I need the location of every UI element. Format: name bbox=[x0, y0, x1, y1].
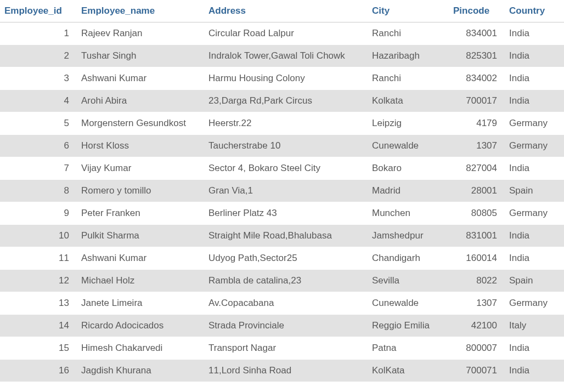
table-row: 13Janete LimeiraAv.CopacabanaCunewalde13… bbox=[0, 292, 564, 315]
cell-employee-name: Peter Franken bbox=[77, 202, 204, 225]
cell-employee-name: Janete Limeira bbox=[77, 292, 204, 315]
cell-address: 11,Lord Sinha Road bbox=[204, 360, 368, 382]
cell-country: India bbox=[505, 22, 564, 45]
cell-pincode: 1307 bbox=[449, 292, 505, 315]
cell-employee-id: 8 bbox=[0, 180, 77, 202]
header-country[interactable]: Country bbox=[505, 0, 564, 22]
cell-employee-name: Pulkit Sharma bbox=[77, 225, 204, 247]
cell-country: Germany bbox=[505, 135, 564, 157]
cell-address: Circular Road Lalpur bbox=[204, 22, 368, 45]
cell-address: Heerstr.22 bbox=[204, 112, 368, 135]
table-row: 15Himesh ChakarvediTransport NagarPatna8… bbox=[0, 337, 564, 360]
cell-employee-id: 16 bbox=[0, 360, 77, 382]
table-row: 6Horst KlossTaucherstrabe 10Cunewalde130… bbox=[0, 135, 564, 157]
cell-employee-name: Tushar Singh bbox=[77, 45, 204, 67]
table-row: 12Michael HolzRambla de catalina,23Sevil… bbox=[0, 270, 564, 292]
header-row: Employee_id Employee_name Address City P… bbox=[0, 0, 564, 22]
cell-city: Chandigarh bbox=[368, 247, 449, 270]
cell-country: India bbox=[505, 90, 564, 112]
cell-pincode: 825301 bbox=[449, 45, 505, 67]
cell-country: Italy bbox=[505, 315, 564, 337]
cell-city: Hazaribagh bbox=[368, 45, 449, 67]
header-address[interactable]: Address bbox=[204, 0, 368, 22]
cell-pincode: 28001 bbox=[449, 180, 505, 202]
cell-employee-id: 1 bbox=[0, 22, 77, 45]
cell-address: Sector 4, Bokaro Steel City bbox=[204, 157, 368, 180]
cell-city: Patna bbox=[368, 337, 449, 360]
cell-pincode: 800007 bbox=[449, 337, 505, 360]
cell-pincode: 160014 bbox=[449, 247, 505, 270]
cell-employee-id: 6 bbox=[0, 135, 77, 157]
table-row: 5Morgenstern GesundkostHeerstr.22Leipzig… bbox=[0, 112, 564, 135]
cell-employee-name: Romero y tomillo bbox=[77, 180, 204, 202]
cell-employee-id: 12 bbox=[0, 270, 77, 292]
header-pincode[interactable]: Pincode bbox=[449, 0, 505, 22]
cell-address: Straight Mile Road,Bhalubasa bbox=[204, 225, 368, 247]
cell-country: Spain bbox=[505, 180, 564, 202]
cell-address: Rambla de catalina,23 bbox=[204, 270, 368, 292]
cell-employee-id: 3 bbox=[0, 67, 77, 90]
cell-employee-id: 14 bbox=[0, 315, 77, 337]
table-row: 16Jagdish Khurana11,Lord Sinha RoadKolKa… bbox=[0, 360, 564, 382]
cell-country: Germany bbox=[505, 112, 564, 135]
cell-pincode: 827004 bbox=[449, 157, 505, 180]
cell-employee-name: Michael Holz bbox=[77, 270, 204, 292]
header-city[interactable]: City bbox=[368, 0, 449, 22]
cell-employee-id: 5 bbox=[0, 112, 77, 135]
cell-employee-name: Ashwani Kumar bbox=[77, 247, 204, 270]
cell-pincode: 834001 bbox=[449, 22, 505, 45]
cell-pincode: 834002 bbox=[449, 67, 505, 90]
table-row: 9Peter FrankenBerliner Platz 43Munchen80… bbox=[0, 202, 564, 225]
cell-employee-name: Jagdish Khurana bbox=[77, 360, 204, 382]
cell-city: Kolkata bbox=[368, 90, 449, 112]
table-row: 11Ashwani KumarUdyog Path,Sector25Chandi… bbox=[0, 247, 564, 270]
cell-employee-name: Ricardo Adocicados bbox=[77, 315, 204, 337]
cell-employee-name: Himesh Chakarvedi bbox=[77, 337, 204, 360]
cell-country: India bbox=[505, 337, 564, 360]
cell-employee-id: 4 bbox=[0, 90, 77, 112]
cell-employee-name: Horst Kloss bbox=[77, 135, 204, 157]
cell-address: Taucherstrabe 10 bbox=[204, 135, 368, 157]
cell-city: Sevilla bbox=[368, 270, 449, 292]
cell-pincode: 831001 bbox=[449, 225, 505, 247]
cell-city: Cunewalde bbox=[368, 292, 449, 315]
cell-country: India bbox=[505, 67, 564, 90]
cell-city: Ranchi bbox=[368, 67, 449, 90]
cell-country: India bbox=[505, 225, 564, 247]
cell-pincode: 700017 bbox=[449, 90, 505, 112]
table-row: 14Ricardo AdocicadosStrada ProvincialeRe… bbox=[0, 315, 564, 337]
cell-employee-name: Rajeev Ranjan bbox=[77, 22, 204, 45]
cell-city: Madrid bbox=[368, 180, 449, 202]
header-employee-id[interactable]: Employee_id bbox=[0, 0, 77, 22]
cell-employee-id: 10 bbox=[0, 225, 77, 247]
cell-employee-name: Ashwani Kumar bbox=[77, 67, 204, 90]
cell-city: Ranchi bbox=[368, 22, 449, 45]
cell-employee-id: 2 bbox=[0, 45, 77, 67]
cell-address: Gran Via,1 bbox=[204, 180, 368, 202]
cell-city: Reggio Emilia bbox=[368, 315, 449, 337]
cell-country: Germany bbox=[505, 202, 564, 225]
table-row: 3Ashwani KumarHarmu Housing ColonyRanchi… bbox=[0, 67, 564, 90]
cell-address: Harmu Housing Colony bbox=[204, 67, 368, 90]
cell-pincode: 8022 bbox=[449, 270, 505, 292]
cell-city: Leipzig bbox=[368, 112, 449, 135]
cell-city: Jamshedpur bbox=[368, 225, 449, 247]
cell-country: Spain bbox=[505, 270, 564, 292]
cell-country: India bbox=[505, 45, 564, 67]
table-row: 4Arohi Abira23,Darga Rd,Park CircusKolka… bbox=[0, 90, 564, 112]
cell-pincode: 700071 bbox=[449, 360, 505, 382]
cell-address: 23,Darga Rd,Park Circus bbox=[204, 90, 368, 112]
cell-address: Udyog Path,Sector25 bbox=[204, 247, 368, 270]
cell-address: Indralok Tower,Gawal Toli Chowk bbox=[204, 45, 368, 67]
employee-table: Employee_id Employee_name Address City P… bbox=[0, 0, 564, 382]
table-row: 1Rajeev RanjanCircular Road LalpurRanchi… bbox=[0, 22, 564, 45]
header-employee-name[interactable]: Employee_name bbox=[77, 0, 204, 22]
cell-address: Av.Copacabana bbox=[204, 292, 368, 315]
cell-city: Bokaro bbox=[368, 157, 449, 180]
table-row: 8Romero y tomilloGran Via,1Madrid28001Sp… bbox=[0, 180, 564, 202]
cell-employee-id: 13 bbox=[0, 292, 77, 315]
cell-address: Transport Nagar bbox=[204, 337, 368, 360]
cell-city: Munchen bbox=[368, 202, 449, 225]
cell-employee-id: 7 bbox=[0, 157, 77, 180]
cell-employee-id: 15 bbox=[0, 337, 77, 360]
